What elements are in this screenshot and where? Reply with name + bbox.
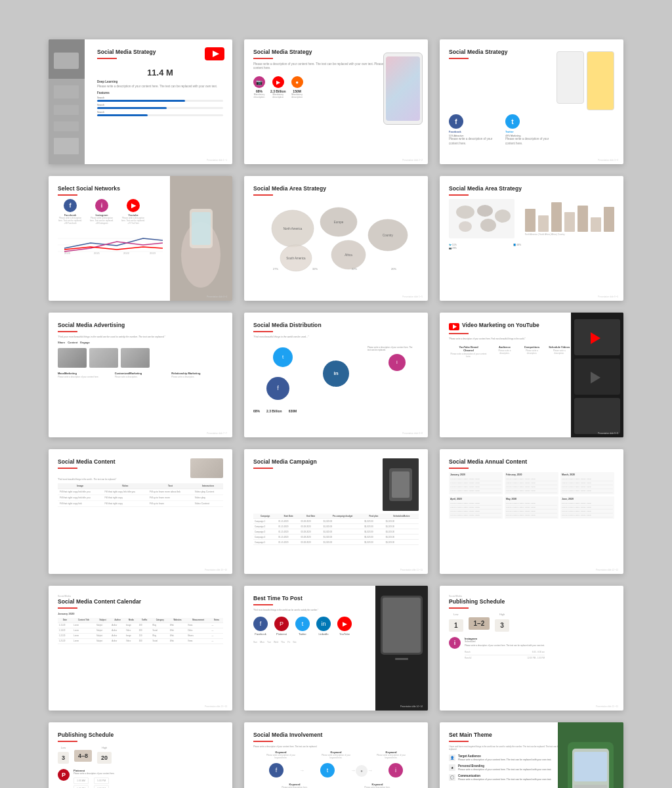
big-stat: 11.4 M: [97, 68, 223, 77]
metric-4-label: Schedule Videos: [548, 345, 570, 349]
slide-6: Social Media Area Strategy 🐦 51%📘 48% 📷 …: [440, 176, 623, 301]
pub2-num-1: 3: [58, 752, 69, 764]
slide-9-divider: [449, 333, 469, 334]
svg-point-36: [456, 206, 474, 219]
stat-lbl-1: Mandatorydescription: [253, 93, 265, 98]
cal-col-date: Date: [58, 618, 72, 623]
stat-instagram: 📷 68% Mandatorydescription: [253, 76, 265, 98]
cal-r1-date: 1.15.20: [58, 623, 72, 628]
svg-point-37: [477, 205, 493, 217]
slide-1-image: [49, 39, 85, 164]
slide-10-quote: "Find most beautiful things in the world…: [58, 478, 223, 481]
days-row: Sun Mon Tue Wed Thu Fri Sat: [253, 641, 375, 644]
sn-ig-desc: Please write a description here. Text ca…: [89, 217, 114, 222]
day-sat: Sat: [293, 641, 296, 644]
c4-end: 03.28.2020: [300, 535, 322, 540]
c1-end: 03.28.2020: [300, 519, 322, 524]
branding-title: Personal Branding: [458, 764, 551, 768]
cal-col-media: Media: [125, 618, 138, 623]
month-feb: February, 2020 2.01.20 | Lorem | Lorem |…: [505, 472, 558, 494]
pub2-times-row: 1:00 AM 1:00 PM 5:00 PM 3:00 AM: [74, 777, 115, 789]
twitter-circle: t: [505, 114, 520, 129]
mar-row-4: 3.22.20 | Lorem | Lorem | Lorem | Lorem: [562, 489, 613, 493]
stat-lbl-2: Mandatorydescription: [270, 93, 286, 98]
pub2-low-title: Low: [58, 746, 69, 749]
phone-hand-svg: [170, 176, 232, 301]
pub2-num-3: 20: [97, 752, 112, 764]
stat-extra: ● 150M Mandatorydescription: [291, 76, 303, 98]
cell-int-2: Video play: [193, 495, 223, 501]
cal-r2-med: Video: [125, 628, 138, 633]
pub-schedule-row-1: Ranch 6:00 - 8:00 am: [465, 649, 545, 655]
svg-text:22%: 22%: [352, 267, 357, 271]
c4-name: Campaign 4: [253, 535, 277, 540]
cal-r4-meas: Views: [186, 638, 210, 644]
pub2-num-2: 4–8: [74, 750, 92, 762]
svg-rect-13: [192, 212, 211, 245]
ad-img-2: [89, 348, 118, 368]
slide-7-quote: "Find your most beautiful things in the …: [58, 336, 223, 338]
stat-lbl-3: Mandatorydescription: [291, 93, 303, 98]
sn-instagram: i Instagram Please write a description h…: [89, 199, 114, 225]
pub-col-low-title: Low: [449, 613, 463, 616]
slide-4-divider: [58, 194, 77, 196]
involvement-keywords-bottom: KeywordPlease write description here. Ke…: [253, 783, 419, 789]
c3-final: $1,023.00: [363, 529, 384, 535]
stat-row-1: 🐦 51%📘 48%: [449, 244, 521, 246]
svg-rect-4: [54, 85, 79, 98]
cal-r1-auth: Author: [110, 623, 125, 628]
c4-sched: $1,023.00: [385, 535, 419, 540]
slide-13-divider: [58, 607, 77, 609]
pub2-col-low: Low 3: [58, 746, 69, 764]
cal-r2-traf: 200: [138, 628, 152, 633]
kw-1: KeywordPlease write a description of you…: [264, 751, 297, 759]
slide-1-divider: [97, 58, 117, 59]
slide-13: Social Media Social Media Content Calend…: [49, 586, 232, 711]
slide-11-header: Social Media Campaign: [253, 458, 419, 511]
twitter-section: t Twitter 49% Marketing Please write a d…: [505, 114, 551, 146]
communication-text: Communication Please write a description…: [458, 774, 551, 781]
slide-17-divider: [253, 741, 273, 742]
cell-int-1: Video play Content: [193, 489, 223, 495]
table-row: Campaign 201.15.202003.28.2020$1,023.00$…: [253, 524, 419, 529]
bars-chart: [525, 199, 614, 232]
cal-r3-cat: Blog: [151, 633, 169, 638]
slide-8: Social Media Distribution "Find most bea…: [244, 313, 428, 437]
progress-label-1: Search: [97, 97, 223, 99]
svg-rect-44: [574, 398, 620, 434]
calendar-table: Date Content Title Subject Author Media …: [58, 618, 223, 644]
time-fb-label: Facebook: [253, 632, 268, 636]
stat-row-2: 📷 29%: [449, 247, 521, 250]
extra-stat-icon: ●: [291, 76, 303, 88]
cal-col-notes: Notes: [210, 618, 223, 623]
progress-fill-2: [97, 107, 167, 109]
day-sun: Sun: [253, 641, 257, 644]
cal-r4-subj: Subject: [95, 638, 110, 644]
month-may-title: May, 2020: [506, 498, 557, 500]
cal-r2-cat: Social: [151, 628, 169, 633]
cat-content: Content: [68, 341, 77, 344]
slide-1-number: Presentation slide 1 • 1: [207, 159, 227, 162]
c2-end: 03.28.2020: [300, 524, 322, 529]
svg-text:32%: 32%: [312, 267, 318, 271]
kw-b1-desc: Please write description here.: [282, 786, 307, 789]
svg-rect-7: [54, 138, 79, 154]
cal-r3-web: Web: [169, 633, 186, 638]
table-row: 1.18.20LoremSubjectAuthorVideo200SocialW…: [58, 628, 223, 633]
table-row: Campaign 501.15.202003.28.2020$1,023.00$…: [253, 540, 419, 545]
table-row: Campaign 401.15.202003.28.2020$1,023.00$…: [253, 535, 419, 540]
slide-9-header: Video Marketing on YouTube: [449, 322, 570, 331]
slide-13-subtitle: Social Media: [58, 595, 223, 598]
slide-10-divider: [58, 468, 77, 469]
cal-r3-notes: —: [210, 633, 223, 638]
cal-col-subj: Subject: [95, 618, 110, 623]
cal-r3-title: Lorem: [72, 633, 95, 638]
slide-9-quote: "Please write a description of your cont…: [449, 338, 570, 340]
theme-item-communication: 💬 Communication Please write a descripti…: [449, 774, 560, 781]
dist-stat-1: 68%: [253, 409, 260, 413]
slide-7-divider: [58, 331, 77, 332]
table-row: Campaign 101.15.202003.28.2020$1,023.00$…: [253, 519, 419, 524]
slide-18-content: Set Main Theme I have and have most targ…: [449, 732, 560, 781]
cat-engage: Engage: [80, 341, 89, 344]
cal-r1-meas: Views: [186, 623, 210, 628]
